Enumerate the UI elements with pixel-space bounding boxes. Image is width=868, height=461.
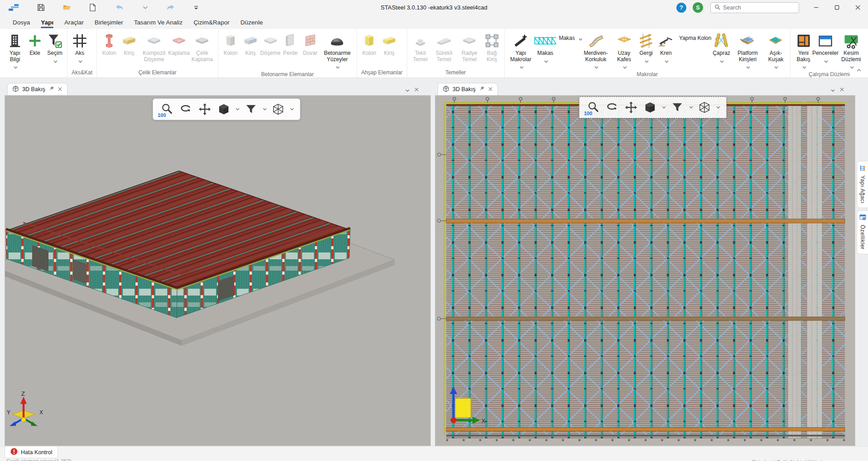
display-filter-button[interactable] [243, 101, 259, 118]
shear-wall-icon [282, 31, 299, 50]
ribbon-button-aks[interactable]: Aks [70, 30, 90, 65]
ribbon-button-duvar[interactable]: Duvar [300, 30, 320, 57]
close-window-button[interactable] [847, 0, 868, 15]
pin-icon[interactable] [48, 85, 54, 93]
ribbon-button-merdiven-korkuluk[interactable]: Merdiven-Korkuluk [579, 30, 612, 71]
ribbon-button-d-eme[interactable]: Döşeme [260, 30, 280, 57]
ribbon-button-kolon[interactable]: Kolon [221, 30, 241, 57]
search-input[interactable] [723, 5, 796, 11]
chevron-down-icon[interactable] [688, 106, 694, 109]
orbit-button[interactable] [604, 99, 620, 116]
dock-tab-yap-a-ac[interactable]: Yapı Ağacı [857, 161, 868, 208]
ribbon-button-kompozit-d-eme[interactable]: Kompozit Döşeme [139, 30, 169, 63]
zoom-level: 100 [158, 112, 166, 118]
ribbon-button-pencereler[interactable]: Pencereler [814, 30, 836, 65]
panel-close-icon[interactable] [414, 86, 419, 94]
ribbon-button-yap-makrolar[interactable]: Yapı Makrolar [507, 30, 535, 71]
ribbon-button-gergi[interactable]: Gergi [636, 30, 656, 65]
view-tab-label: 3D Bakış [453, 86, 476, 92]
customize-icon[interactable] [193, 3, 199, 13]
avatar[interactable]: S [693, 2, 703, 13]
ribbon-button-kolon[interactable]: Kolon [359, 30, 379, 57]
right-viewport[interactable]: X 100 [435, 95, 855, 446]
ribbon-button-uzay-kafes[interactable]: Uzay Kafes [612, 30, 636, 71]
ribbon-button-yap-bilgi[interactable]: Yapı Bilgi [5, 30, 25, 71]
menu-tab-izim-rapor[interactable]: Çizim&Rapor [188, 17, 235, 29]
menu-tab-tasar-m-ve-analiz[interactable]: Tasarım Ve Analiz [129, 17, 188, 29]
ribbon-button-yapma-kolon[interactable]: Yapma Kolon [676, 33, 711, 44]
ribbon-button-label: Kolon [223, 50, 237, 57]
zoom-extents-button[interactable]: 100 [159, 101, 175, 118]
orbit-button[interactable] [178, 101, 194, 118]
ribbon-button-kolon[interactable]: Kolon [99, 30, 119, 57]
ribbon-button-makas[interactable]: Makas [535, 30, 556, 65]
ribbon-button-betonarme-y-zeyler[interactable]: Betonarme Yüzeyler [320, 30, 354, 71]
ribbon-button-tekil-temel[interactable]: Tekil Temel [410, 30, 431, 63]
close-icon[interactable] [58, 85, 63, 93]
dock-tab-zellikler[interactable]: Özellikler [857, 210, 868, 254]
ribbon-button-platform-kiri-leri[interactable]: Platform Kirişleri [731, 30, 764, 71]
brace-icon [713, 31, 729, 50]
left-view-tab[interactable]: 3D Bakış [7, 83, 68, 95]
chevron-down-icon[interactable] [235, 108, 240, 111]
pan-button[interactable] [623, 99, 639, 116]
undo-icon[interactable] [115, 3, 124, 13]
view-cube-button[interactable] [216, 101, 232, 118]
ribbon-button-kiri[interactable]: Kiriş [241, 30, 260, 57]
ribbon-button-perde[interactable]: Perde [280, 30, 300, 57]
menu-tab-yap[interactable]: Yapı [35, 17, 59, 29]
pin-icon[interactable] [479, 85, 485, 93]
menu-tab-ara-lar[interactable]: Araçlar [59, 17, 89, 29]
ribbon-button-kiri[interactable]: Kiriş [379, 30, 399, 57]
redo-icon[interactable] [166, 3, 175, 13]
axonometric-view-button[interactable] [270, 101, 286, 118]
ribbon-button-elik-kaplama[interactable]: Çelik Kaplama [189, 30, 216, 63]
ribbon-button-label: Kolon [362, 50, 376, 57]
chevron-down-icon[interactable] [715, 106, 721, 109]
ribbon-button-radye-temel[interactable]: Radye Temel [457, 30, 482, 63]
ribbon-button-apraz[interactable]: Çapraz [711, 30, 731, 65]
app-logo-icon[interactable] [8, 3, 19, 13]
ribbon-button-s-rekli-temel[interactable]: Sürekli Temel [431, 30, 457, 63]
ribbon-button-kiri[interactable]: Kiriş [119, 30, 139, 57]
ribbon-group-betonarme-elemanlar: KolonKirişDöşemePerdeDuvarBetonarme Yüze… [218, 29, 357, 78]
error-check-tab[interactable]: Hata Kontrol [5, 446, 58, 458]
menu-tab-birle-imler[interactable]: Birleşimler [89, 17, 129, 29]
display-filter-button[interactable] [669, 99, 685, 116]
pan-button[interactable] [197, 101, 213, 118]
ribbon-button-kren[interactable]: Kren [656, 30, 676, 65]
view-cube-button[interactable] [642, 99, 658, 116]
ribbon-button-yeni-bak[interactable]: Yeni Bakış [793, 30, 815, 71]
panel-collapse-chevron-icon[interactable] [405, 86, 410, 94]
collapse-ribbon-button[interactable] [854, 66, 863, 74]
ribbon-button-ekle[interactable]: Ekle [25, 30, 45, 57]
save-icon[interactable] [37, 3, 45, 13]
dome-icon [329, 31, 345, 50]
ribbon-button-makas[interactable]: Makas [556, 33, 579, 44]
zoom-level: 100 [584, 111, 592, 116]
new-file-icon[interactable] [89, 3, 96, 13]
panel-collapse-chevron-icon[interactable] [831, 86, 835, 94]
menu-tab-dosya[interactable]: Dosya [7, 17, 35, 29]
maximize-button[interactable] [826, 0, 847, 15]
ribbon-button-a-k-ku-ak[interactable]: Aşık-Kuşak [764, 30, 787, 71]
axonometric-view-button[interactable] [696, 99, 713, 116]
minimize-button[interactable] [805, 0, 826, 15]
close-icon[interactable] [488, 85, 493, 93]
panel-close-icon[interactable] [839, 86, 844, 94]
chevron-down-icon[interactable] [661, 106, 666, 109]
search-box[interactable] [710, 2, 799, 13]
ribbon-button-kesim-d-zlemi[interactable]: Kesim Düzlemi [836, 30, 866, 71]
left-viewport[interactable]: Z Y X 100 [5, 95, 431, 446]
ribbon-button-ba-kiri[interactable]: Bağ Kiriş [482, 30, 502, 63]
chevron-down-icon[interactable] [289, 108, 294, 111]
right-view-tab[interactable]: 3D Bakış [438, 83, 498, 95]
zoom-extents-button[interactable]: 100 [585, 99, 601, 116]
dropdown-chevron-icon[interactable] [143, 3, 148, 13]
help-button[interactable]: ? [676, 3, 686, 13]
open-icon[interactable] [63, 3, 71, 13]
ribbon-button-kaplama[interactable]: Kaplama [169, 30, 189, 57]
menu-tab-d-zenle[interactable]: Düzenle [235, 17, 269, 29]
chevron-down-icon[interactable] [262, 108, 267, 111]
ribbon-button-se-im[interactable]: Seçim [45, 30, 65, 65]
